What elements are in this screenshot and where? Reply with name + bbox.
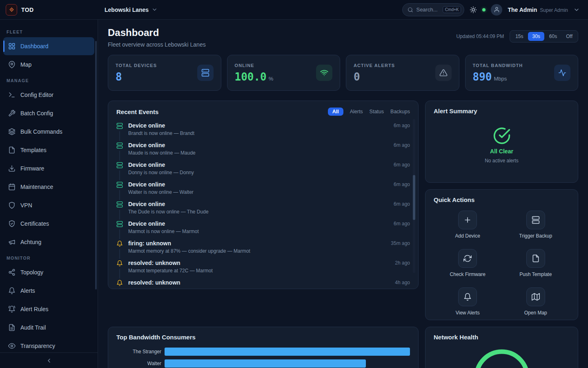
event-row[interactable]: Device onlineDonny is now online — Donny… xyxy=(116,161,410,180)
refresh-interval-control: 15s 30s 60s Off xyxy=(510,30,578,43)
nav-section-fleet: FLEET xyxy=(0,25,98,37)
avatar[interactable] xyxy=(491,4,502,16)
event-time: 6m ago xyxy=(394,123,410,141)
stat-number: 0 xyxy=(354,71,360,83)
event-time: 2h ago xyxy=(395,260,410,278)
server-icon xyxy=(532,216,540,224)
org-name: Lebowski Lanes xyxy=(105,7,149,13)
event-row[interactable]: Device onlineMaude is now online — Maude… xyxy=(116,141,410,161)
org-switcher[interactable]: Lebowski Lanes xyxy=(105,7,158,13)
sidebar-item-dashboard[interactable]: Dashboard xyxy=(3,37,94,55)
tab-backups[interactable]: Backups xyxy=(390,109,410,114)
stat-card-total-devices: TOTAL DEVICES 8 xyxy=(108,55,221,91)
sidebar-scrollbar[interactable] xyxy=(95,41,97,289)
refresh-option-15s[interactable]: 15s xyxy=(511,32,527,41)
health-gauge-ring xyxy=(473,348,530,368)
download-icon xyxy=(8,165,16,172)
alert-summary-card: Alert Summary All Clear No active alerts xyxy=(425,101,578,183)
sidebar-item-map[interactable]: Map xyxy=(3,56,94,74)
user-menu[interactable]: The Admin Super Admin xyxy=(508,7,568,13)
event-row[interactable]: resolved: unknown 4h ago xyxy=(116,278,410,289)
quick-action-label: View Alerts xyxy=(456,310,480,316)
sidebar-item-label: Alerts xyxy=(20,287,35,294)
event-desc: Marmot memory at 87% — consider upgrade … xyxy=(128,248,385,254)
event-row[interactable]: resolved: unknownMarmot temperature at 7… xyxy=(116,259,410,278)
plus-icon xyxy=(463,216,472,224)
refresh-icon xyxy=(463,254,472,263)
server-icon xyxy=(116,123,123,129)
quick-action-trigger-backup[interactable]: Trigger Backup xyxy=(519,211,552,239)
quick-action-push-template[interactable]: Push Template xyxy=(519,249,552,277)
collapse-sidebar-button[interactable] xyxy=(0,352,98,368)
events-scrollbar-thumb[interactable] xyxy=(413,175,415,220)
updated-timestamp: Updated 05:44:09 PM xyxy=(456,34,504,39)
eye-icon xyxy=(8,342,16,350)
sidebar-item-alert-rules[interactable]: Alert Rules xyxy=(3,300,94,318)
top-bar: TOD Lebowski Lanes Search... Cmd+K xyxy=(0,0,588,20)
sidebar-item-firmware[interactable]: Firmware xyxy=(3,159,94,177)
stat-unit: % xyxy=(269,76,274,82)
theme-toggle-button[interactable] xyxy=(470,6,477,13)
sidebar-item-label: Config Editor xyxy=(20,92,53,98)
sidebar-item-batch-config[interactable]: Batch Config xyxy=(3,104,94,122)
sidebar-item-label: VPN xyxy=(20,202,32,209)
tab-status[interactable]: Status xyxy=(370,109,384,114)
quick-action-view-alerts[interactable]: View Alerts xyxy=(456,287,480,316)
quick-action-label: Check Firmware xyxy=(450,272,486,277)
sidebar-item-alerts[interactable]: Alerts xyxy=(3,282,94,300)
page-title: Dashboard xyxy=(108,27,206,38)
search-input[interactable]: Search... Cmd+K xyxy=(402,3,464,16)
event-row[interactable]: Device onlineMarmot is now online — Marm… xyxy=(116,220,410,239)
search-icon xyxy=(408,7,413,13)
sidebar-item-certificates[interactable]: Certificates xyxy=(3,215,94,233)
sidebar-item-audit-trail[interactable]: Audit Trail xyxy=(3,319,94,337)
file-icon xyxy=(8,146,16,154)
network-health-card: Network Health xyxy=(425,327,578,368)
quick-action-open-map[interactable]: Open Map xyxy=(524,287,547,316)
search-placeholder: Search... xyxy=(416,7,437,13)
bandwidth-device-label: The Stranger xyxy=(116,349,161,355)
event-row[interactable]: Device onlineThe Dude is now online — Th… xyxy=(116,200,410,220)
sidebar-item-label: Firmware xyxy=(20,165,44,172)
sidebar-item-maintenance[interactable]: Maintenance xyxy=(3,178,94,196)
wrench-icon xyxy=(8,110,16,117)
sidebar-item-bulk-commands[interactable]: Bulk Commands xyxy=(3,123,94,141)
check-circle-icon xyxy=(493,127,511,145)
sidebar-item-label: Alert Rules xyxy=(20,306,48,312)
stat-card-online: ONLINE 100.0 % xyxy=(227,55,341,91)
tab-alerts[interactable]: Alerts xyxy=(350,109,363,114)
sidebar-item-templates[interactable]: Templates xyxy=(3,141,94,159)
sidebar: FLEET Dashboard Map MANAGE Config Editor… xyxy=(0,20,98,368)
search-shortcut-badge: Cmd+K xyxy=(443,6,461,13)
event-title: Device online xyxy=(128,200,388,208)
chevron-down-icon[interactable] xyxy=(573,7,580,13)
refresh-option-off[interactable]: Off xyxy=(562,32,577,41)
event-desc: Walter is now online — Walter xyxy=(128,189,388,195)
layers-icon xyxy=(8,128,16,135)
event-time: 6m ago xyxy=(394,182,410,200)
calendar-icon xyxy=(8,183,16,191)
server-icon xyxy=(116,201,123,208)
quick-action-add-device[interactable]: Add Device xyxy=(455,211,480,239)
bell-icon xyxy=(116,280,123,286)
quick-action-check-firmware[interactable]: Check Firmware xyxy=(450,249,486,277)
refresh-option-60s[interactable]: 60s xyxy=(545,32,561,41)
refresh-option-30s[interactable]: 30s xyxy=(528,32,544,41)
event-row[interactable]: Device onlineBrandt is now online — Bran… xyxy=(116,121,410,141)
tab-all[interactable]: All xyxy=(328,108,343,116)
sidebar-item-topology[interactable]: Topology xyxy=(3,263,94,281)
sidebar-item-config-editor[interactable]: Config Editor xyxy=(3,86,94,104)
sidebar-item-label: Topology xyxy=(20,269,43,276)
sidebar-item-vpn[interactable]: VPN xyxy=(3,196,94,214)
sidebar-item-label: Achtung xyxy=(20,239,41,245)
main-content: Dashboard Fleet overview across Lebowski… xyxy=(98,20,588,368)
event-row[interactable]: Device onlineWalter is now online — Walt… xyxy=(116,180,410,200)
event-title: Device online xyxy=(128,121,388,130)
nav-section-monitor: MONITOR xyxy=(0,251,98,263)
connection-status-dot xyxy=(482,8,486,11)
events-list: Device onlineBrandt is now online — Bran… xyxy=(116,121,410,289)
event-row[interactable]: firing: unknownMarmot memory at 87% — co… xyxy=(116,239,410,259)
sidebar-item-achtung[interactable]: Achtung xyxy=(3,233,94,251)
quick-action-label: Trigger Backup xyxy=(519,233,552,239)
event-desc: Donny is now online — Donny xyxy=(128,169,388,176)
